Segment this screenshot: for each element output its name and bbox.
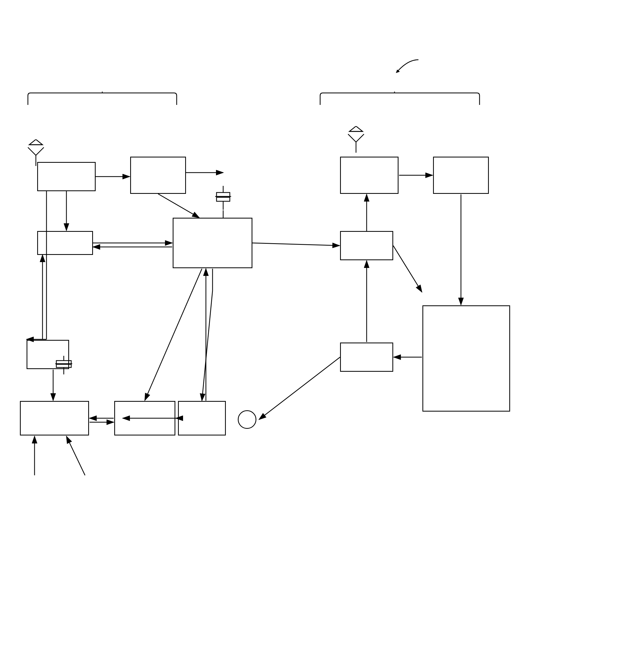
scxo-block	[178, 401, 226, 435]
svg-marker-4	[29, 139, 43, 145]
accurate-time-block	[114, 401, 175, 435]
ref-100-arrow	[387, 58, 421, 77]
osc-gps-block	[37, 231, 93, 255]
svg-line-7	[356, 134, 364, 142]
crystal-27mhz	[212, 186, 234, 210]
svg-marker-22	[396, 70, 400, 73]
svg-line-32	[252, 243, 340, 246]
svg-line-30	[158, 194, 199, 218]
master-clock-block	[173, 218, 252, 268]
crystal-32khz	[53, 356, 74, 377]
svg-line-40	[202, 291, 212, 401]
gps-receiver-bracket	[20, 92, 185, 106]
svg-line-48	[145, 269, 202, 401]
gps-antenna	[25, 139, 46, 171]
comm-antenna	[345, 126, 367, 158]
gps-dsp-block	[130, 157, 186, 194]
svg-line-2	[36, 147, 44, 155]
svg-line-36	[393, 246, 422, 292]
svg-marker-9	[349, 126, 363, 131]
nco1-block	[340, 231, 393, 260]
nco2-block	[340, 342, 393, 372]
svg-rect-13	[216, 197, 230, 201]
svg-line-1	[28, 147, 36, 155]
comm-dsp-block	[433, 157, 489, 194]
mobile-telephone-bracket	[312, 92, 487, 106]
svg-line-6	[348, 134, 356, 142]
comm-trcvr-block	[340, 157, 398, 194]
svg-rect-18	[56, 364, 71, 367]
svg-rect-11	[216, 193, 230, 196]
svg-line-51	[259, 357, 340, 419]
svg-rect-16	[56, 361, 71, 364]
host-cpu-block	[422, 305, 510, 412]
svg-line-50	[66, 436, 85, 475]
regenerate-gps-time-block	[20, 401, 89, 435]
temp-circle	[238, 410, 256, 429]
